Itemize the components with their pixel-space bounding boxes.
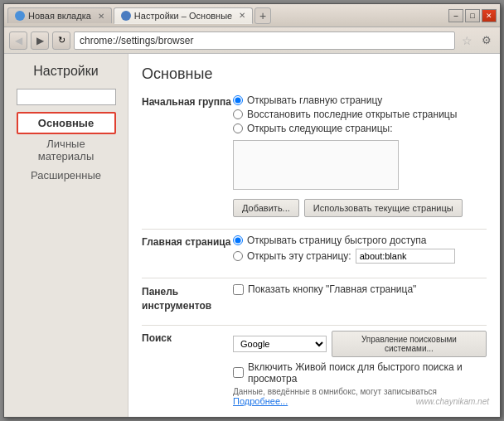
- forward-button[interactable]: ▶: [31, 31, 49, 50]
- startup-option-1-label: Открывать главную страницу: [247, 94, 382, 106]
- toolbar-label: Панель инструментов: [142, 283, 233, 313]
- divider-3: [142, 325, 487, 326]
- search-details-link[interactable]: Подробнее...: [233, 396, 288, 406]
- startup-option-3-label: Открыть следующие страницы:: [247, 123, 392, 134]
- bookmark-star-icon[interactable]: ☆: [458, 32, 475, 49]
- maximize-button[interactable]: □: [465, 9, 480, 22]
- inactive-tab[interactable]: Новая вкладка ✕: [7, 7, 112, 23]
- back-button[interactable]: ◀: [9, 31, 27, 50]
- homepage-radio-2[interactable]: [233, 251, 243, 261]
- startup-options: Открывать главную страницу Восстановить …: [233, 94, 487, 217]
- nav-bar: ◀ ▶ ↻ chrome://settings/browser ☆ ⚙: [4, 27, 500, 54]
- active-tab-label: Настройки – Основные: [134, 11, 232, 21]
- sidebar-item-basic[interactable]: Основные: [17, 112, 116, 134]
- search-label: Поиск: [142, 331, 233, 344]
- live-search-label: Включить Живой поиск для быстрого поиска…: [248, 361, 487, 385]
- search-section: Поиск Google Управление поисковыми систе…: [142, 331, 487, 406]
- title-bar: Новая вкладка ✕ Настройки – Основные ✕ +…: [4, 4, 500, 27]
- homepage-section: Главная страница Открывать страницу быст…: [142, 235, 487, 266]
- inactive-tab-label: Новая вкладка: [28, 11, 91, 21]
- settings-panel: Основные Начальная группа Открывать глав…: [128, 54, 500, 417]
- sidebar-item-advanced[interactable]: Расширенные: [17, 166, 116, 185]
- add-pages-button[interactable]: Добавить...: [233, 199, 299, 217]
- divider-1: [142, 229, 487, 230]
- live-search-checkbox[interactable]: [233, 367, 244, 378]
- startup-option-2-label: Восстановить последние открытые страницы: [247, 109, 457, 120]
- wrench-icon[interactable]: ⚙: [478, 32, 495, 49]
- search-options: Google Управление поисковыми системами..…: [233, 331, 487, 406]
- active-tab-close[interactable]: ✕: [239, 11, 245, 20]
- startup-radio-2[interactable]: [233, 109, 243, 119]
- window-controls: – □ ✕: [448, 9, 497, 22]
- sidebar-item-personal[interactable]: Личные материалы: [17, 134, 116, 166]
- startup-option-1: Открывать главную страницу: [233, 94, 487, 106]
- manage-search-button[interactable]: Управление поисковыми системами...: [332, 331, 487, 357]
- active-tab-favicon: [121, 11, 131, 21]
- show-home-button-label: Показать кнопку "Главная страница": [248, 283, 416, 295]
- sidebar: Настройки Основные Личные материалы Расш…: [4, 54, 128, 417]
- homepage-label: Главная страница: [142, 235, 233, 248]
- content-area: Настройки Основные Личные материалы Расш…: [4, 54, 500, 417]
- homepage-radio-1[interactable]: [233, 235, 243, 245]
- homepage-option-1-label: Открывать страницу быстрого доступа: [247, 235, 426, 246]
- tab-favicon: [15, 11, 25, 21]
- startup-option-3: Открыть следующие страницы:: [233, 123, 487, 134]
- homepage-url-input[interactable]: [356, 249, 455, 264]
- close-button[interactable]: ✕: [482, 9, 497, 22]
- minimize-button[interactable]: –: [448, 9, 463, 22]
- show-home-button-checkbox[interactable]: [233, 284, 244, 295]
- startup-label: Начальная группа: [142, 94, 233, 108]
- browser-window: Новая вкладка ✕ Настройки – Основные ✕ +…: [3, 3, 501, 418]
- sidebar-search-input[interactable]: [17, 89, 116, 105]
- toolbar-section: Панель инструментов Показать кнопку "Гла…: [142, 283, 487, 313]
- startup-radio-1[interactable]: [233, 95, 243, 105]
- settings-title: Основные: [142, 65, 487, 83]
- startup-btn-row: Добавить... Использовать текущие страниц…: [233, 199, 487, 217]
- search-engine-select[interactable]: Google: [233, 336, 327, 352]
- new-tab-button[interactable]: +: [254, 7, 271, 24]
- watermark: www.chaynikam.net: [416, 397, 489, 406]
- startup-section: Начальная группа Открывать главную стран…: [142, 94, 487, 217]
- active-tab[interactable]: Настройки – Основные ✕: [114, 7, 253, 24]
- sidebar-title: Настройки: [33, 64, 98, 79]
- homepage-options: Открывать страницу быстрого доступа Откр…: [233, 235, 487, 266]
- toolbar-checkbox-row: Показать кнопку "Главная страница": [233, 283, 487, 295]
- address-text: chrome://settings/browser: [80, 35, 193, 46]
- startup-option-2: Восстановить последние открытые страницы: [233, 109, 487, 120]
- toolbar-options: Показать кнопку "Главная страница": [233, 283, 487, 298]
- reload-button[interactable]: ↻: [52, 31, 70, 50]
- inactive-tab-close[interactable]: ✕: [98, 12, 104, 21]
- live-search-row: Включить Живой поиск для быстрого поиска…: [233, 361, 487, 385]
- divider-2: [142, 278, 487, 278]
- startup-radio-3[interactable]: [233, 123, 243, 133]
- homepage-option-2-label: Открыть эту страницу:: [247, 250, 351, 262]
- address-bar[interactable]: chrome://settings/browser: [74, 31, 455, 50]
- homepage-option-2: Открыть эту страницу:: [233, 249, 487, 264]
- use-current-button[interactable]: Использовать текущие страницы: [304, 199, 463, 217]
- startup-urls-textarea[interactable]: [233, 140, 399, 190]
- homepage-option-1: Открывать страницу быстрого доступа: [233, 235, 487, 246]
